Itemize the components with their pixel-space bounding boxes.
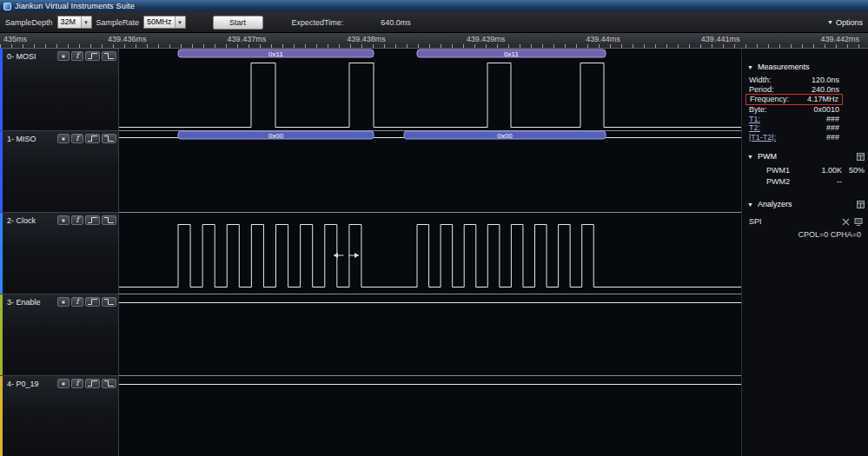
main-area: 0- MOSIf1- MISOf2- Clockf3- Enablef4- P0… — [0, 49, 868, 456]
analyzer-config: CPOL=0 CPHA=0 — [747, 230, 865, 239]
side-panel: ▼ Measurements Width:120.0nsPeriod:240.0… — [741, 49, 868, 456]
analyzers-list: SPICPOL=0 CPHA=0 — [747, 217, 865, 239]
channel-row-4: 4- P0_19f — [0, 375, 118, 456]
measurement-value: 240.0ns — [812, 85, 839, 95]
time-tick-label: 439.439ms — [467, 35, 506, 43]
time-ruler[interactable]: 435ms439.436ms439.437ms439.438ms439.439m… — [0, 33, 868, 49]
byte-annotation-label: 0x00 — [268, 132, 284, 140]
channel-falling-edge-button[interactable] — [102, 379, 116, 388]
pwm-options-icon[interactable] — [857, 153, 865, 161]
channel-row-0: 0- MOSIf — [0, 49, 118, 130]
time-tick-label: 439.441ms — [701, 35, 740, 43]
channel-toggle-button[interactable] — [57, 51, 70, 61]
measurement-row: |T1-T2|:### — [747, 133, 841, 142]
measurement-label[interactable]: |T1-T2|: — [749, 133, 776, 142]
window-title: Jiankun Virtual Instruments Suite — [15, 2, 135, 10]
channel-falling-edge-button[interactable] — [102, 297, 116, 307]
collapse-triangle-icon: ▼ — [747, 64, 753, 70]
channel-label: 2- Clock — [7, 216, 56, 225]
waveform-svg[interactable]: 0x110x110x000x00 — [119, 49, 741, 456]
channel-label: 1- MISO — [7, 135, 56, 143]
channel-toggle-button[interactable] — [57, 297, 70, 307]
pwm-name: PWM2 — [766, 176, 809, 188]
channel-rising-edge-button[interactable] — [85, 51, 100, 61]
measurement-label[interactable]: T1: — [749, 115, 760, 124]
channel-trigger-f-button[interactable]: f — [71, 51, 83, 61]
measurement-row-highlighted: Frequency:4.17MHz — [745, 94, 843, 105]
channel-rising-edge-button[interactable] — [85, 134, 100, 143]
measurement-value: 4.17MHz — [807, 95, 838, 104]
time-tick-label: 439.438ms — [347, 35, 386, 43]
channel-rising-edge-button[interactable] — [85, 297, 100, 307]
measurement-label: Frequency: — [750, 95, 789, 104]
sample-rate-label: SampleRate — [96, 18, 140, 27]
measurement-row: T2:### — [747, 123, 841, 133]
analyzers-section-header[interactable]: ▼ Analyzers — [747, 200, 865, 208]
analyzer-row: SPI — [747, 217, 865, 226]
channel-toggle-button[interactable] — [57, 134, 70, 143]
channel-color-stripe — [0, 376, 3, 456]
measurement-value: 0x0010 — [813, 105, 839, 115]
channel-row-2: 2- Clockf — [0, 212, 118, 294]
measurements-section-header[interactable]: ▼ Measurements — [747, 63, 865, 71]
arrow-head-right-icon — [354, 253, 359, 258]
options-menu[interactable]: ▼ Options — [827, 18, 863, 27]
start-button[interactable]: Start — [213, 16, 263, 30]
analyzers-options-icon[interactable] — [857, 201, 865, 208]
signal-trace-clock — [119, 225, 741, 287]
signal-trace-mosi — [119, 63, 741, 128]
measurement-value: ### — [826, 133, 839, 142]
arrow-head-left-icon — [334, 253, 338, 258]
channel-trigger-f-button[interactable]: f — [71, 215, 83, 225]
analyzer-settings-icon[interactable] — [854, 218, 863, 226]
channel-trigger-f-button[interactable]: f — [71, 134, 83, 143]
pwm-row: PWM11.00K50% — [747, 165, 865, 176]
channel-rising-edge-button[interactable] — [85, 379, 100, 388]
time-tick-label: 439.437ms — [228, 35, 267, 43]
channel-falling-edge-button[interactable] — [102, 51, 116, 61]
sample-depth-select[interactable]: 32M ▼ — [57, 16, 92, 29]
channel-row-3: 3- Enablef — [0, 294, 118, 375]
app-window: Jiankun Virtual Instruments Suite Sample… — [0, 0, 868, 456]
channel-label: 3- Enable — [7, 298, 56, 307]
channel-trigger-f-button[interactable]: f — [71, 297, 83, 307]
chevron-down-icon: ▼ — [81, 17, 91, 28]
channel-trigger-f-button[interactable]: f — [71, 379, 83, 388]
time-tick-label: 439.436ms — [108, 35, 147, 43]
analyzers-section: ▼ Analyzers SPICPOL=0 CPHA=0 — [747, 200, 865, 239]
measurement-value: ### — [826, 115, 839, 124]
channel-falling-edge-button[interactable] — [102, 134, 116, 143]
time-tick-label: 435ms — [3, 35, 27, 43]
channel-toggle-button[interactable] — [57, 379, 70, 388]
analyzers-section-title: Analyzers — [758, 200, 792, 208]
measurement-label: Byte: — [749, 105, 767, 115]
channel-color-stripe — [0, 49, 3, 130]
chevron-down-icon: ▼ — [175, 17, 185, 28]
sample-depth-label: SampleDepth — [5, 18, 53, 27]
sample-rate-select[interactable]: 50MHz ▼ — [143, 16, 186, 29]
pwm-duty: 50% — [842, 165, 865, 176]
collapse-triangle-icon: ▼ — [747, 202, 753, 208]
channel-panel: 0- MOSIf1- MISOf2- Clockf3- Enablef4- P0… — [0, 49, 119, 456]
options-label: Options — [836, 18, 863, 27]
byte-annotation-label: 0x11 — [504, 50, 519, 58]
channel-toggle-button[interactable] — [57, 215, 70, 225]
measurement-label[interactable]: T2: — [749, 123, 760, 133]
channel-label: 0- MOSI — [7, 52, 56, 61]
measurement-row: Byte:0x0010 — [747, 105, 841, 115]
pwm-section: ▼ PWM PWM11.00K50%PWM2-- — [747, 152, 865, 188]
title-bar: Jiankun Virtual Instruments Suite — [0, 0, 868, 12]
byte-annotation-label: 0x11 — [268, 50, 283, 58]
measurement-row: Width:120.0ns — [747, 76, 841, 85]
analyzer-remove-icon[interactable] — [842, 218, 850, 226]
expected-time-label: ExpectedTime: — [292, 18, 344, 27]
pwm-frequency: -- — [809, 176, 842, 188]
waveform-area[interactable]: 0x110x110x000x00 — [119, 49, 741, 456]
pwm-list: PWM11.00K50%PWM2-- — [747, 165, 865, 188]
measurement-label: Width: — [749, 76, 772, 85]
time-tick-label: 439.442ms — [820, 35, 859, 43]
channel-falling-edge-button[interactable] — [102, 215, 116, 225]
pwm-section-title: PWM — [758, 152, 777, 161]
channel-rising-edge-button[interactable] — [85, 215, 100, 225]
pwm-section-header[interactable]: ▼ PWM — [747, 152, 865, 161]
